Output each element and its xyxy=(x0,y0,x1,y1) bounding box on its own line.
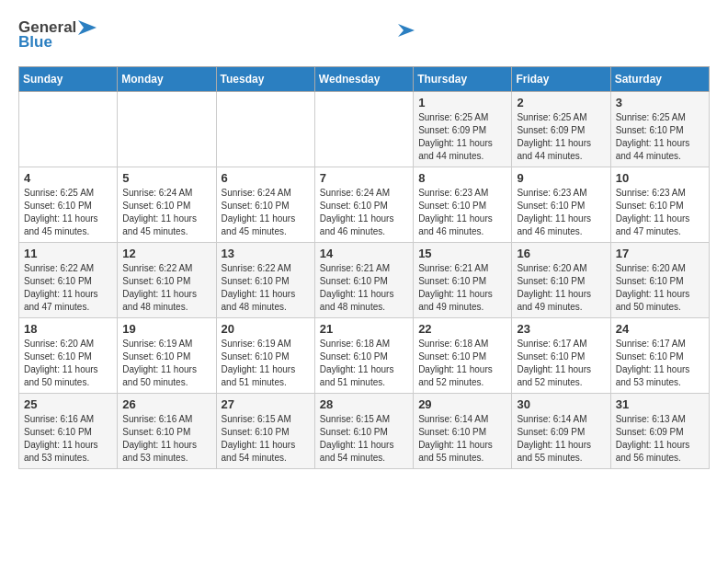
calendar-week-row: 11Sunrise: 6:22 AM Sunset: 6:10 PM Dayli… xyxy=(19,243,710,318)
day-info-text: Sunrise: 6:13 AM Sunset: 6:09 PM Dayligh… xyxy=(616,413,704,465)
day-number: 22 xyxy=(418,322,506,336)
day-number: 8 xyxy=(418,171,506,185)
calendar-cell: 26Sunrise: 6:16 AM Sunset: 6:10 PM Dayli… xyxy=(118,394,216,469)
calendar-cell: 20Sunrise: 6:19 AM Sunset: 6:10 PM Dayli… xyxy=(216,318,314,394)
calendar-cell: 12Sunrise: 6:22 AM Sunset: 6:10 PM Dayli… xyxy=(118,243,216,318)
day-number: 4 xyxy=(24,171,112,185)
calendar-cell: 8Sunrise: 6:23 AM Sunset: 6:10 PM Daylig… xyxy=(414,167,512,243)
day-info-text: Sunrise: 6:17 AM Sunset: 6:10 PM Dayligh… xyxy=(616,338,704,389)
calendar-table: SundayMondayTuesdayWednesdayThursdayFrid… xyxy=(18,66,710,469)
header: General Blue xyxy=(18,18,710,52)
calendar-day-header: Tuesday xyxy=(216,67,314,92)
day-info-text: Sunrise: 6:22 AM Sunset: 6:10 PM Dayligh… xyxy=(24,262,112,314)
day-info-text: Sunrise: 6:20 AM Sunset: 6:10 PM Dayligh… xyxy=(517,262,605,314)
day-number: 23 xyxy=(517,322,605,336)
day-info-text: Sunrise: 6:24 AM Sunset: 6:10 PM Dayligh… xyxy=(320,187,408,238)
day-number: 15 xyxy=(418,247,506,260)
day-info-text: Sunrise: 6:23 AM Sunset: 6:10 PM Dayligh… xyxy=(418,187,506,238)
calendar-day-header: Friday xyxy=(512,67,610,92)
day-number: 16 xyxy=(517,247,605,260)
svg-marker-0 xyxy=(78,20,97,35)
day-info-text: Sunrise: 6:16 AM Sunset: 6:10 PM Dayligh… xyxy=(24,413,112,465)
calendar-cell: 7Sunrise: 6:24 AM Sunset: 6:10 PM Daylig… xyxy=(314,167,413,243)
day-info-text: Sunrise: 6:18 AM Sunset: 6:10 PM Dayligh… xyxy=(418,338,506,389)
day-number: 30 xyxy=(517,397,605,411)
day-number: 5 xyxy=(122,171,210,185)
calendar-cell: 21Sunrise: 6:18 AM Sunset: 6:10 PM Dayli… xyxy=(314,318,413,394)
day-info-text: Sunrise: 6:20 AM Sunset: 6:10 PM Dayligh… xyxy=(616,262,704,314)
calendar-cell: 3Sunrise: 6:25 AM Sunset: 6:10 PM Daylig… xyxy=(610,92,709,167)
day-info-text: Sunrise: 6:24 AM Sunset: 6:10 PM Dayligh… xyxy=(222,187,310,238)
calendar-cell: 1Sunrise: 6:25 AM Sunset: 6:09 PM Daylig… xyxy=(414,92,512,167)
day-info-text: Sunrise: 6:17 AM Sunset: 6:10 PM Dayligh… xyxy=(517,338,605,389)
calendar-cell: 16Sunrise: 6:20 AM Sunset: 6:10 PM Dayli… xyxy=(512,243,610,318)
calendar-day-header: Sunday xyxy=(19,67,118,92)
day-info-text: Sunrise: 6:25 AM Sunset: 6:09 PM Dayligh… xyxy=(517,111,605,163)
calendar-cell: 19Sunrise: 6:19 AM Sunset: 6:10 PM Dayli… xyxy=(118,318,216,394)
day-number: 7 xyxy=(320,171,408,185)
day-number: 28 xyxy=(320,397,408,411)
day-number: 19 xyxy=(122,322,210,336)
calendar-day-header: Thursday xyxy=(414,67,512,92)
day-info-text: Sunrise: 6:20 AM Sunset: 6:10 PM Dayligh… xyxy=(24,338,112,389)
day-number: 17 xyxy=(616,247,704,260)
day-number: 13 xyxy=(222,247,310,260)
day-info-text: Sunrise: 6:22 AM Sunset: 6:10 PM Dayligh… xyxy=(122,262,210,314)
day-number: 12 xyxy=(122,247,210,260)
day-number: 3 xyxy=(616,96,704,109)
day-number: 20 xyxy=(222,322,310,336)
calendar-cell: 15Sunrise: 6:21 AM Sunset: 6:10 PM Dayli… xyxy=(414,243,512,318)
calendar-cell xyxy=(19,92,118,167)
calendar-cell: 11Sunrise: 6:22 AM Sunset: 6:10 PM Dayli… xyxy=(19,243,118,318)
day-info-text: Sunrise: 6:18 AM Sunset: 6:10 PM Dayligh… xyxy=(320,338,408,389)
logo: General Blue xyxy=(18,18,97,52)
day-info-text: Sunrise: 6:15 AM Sunset: 6:10 PM Dayligh… xyxy=(320,413,408,465)
calendar-cell: 25Sunrise: 6:16 AM Sunset: 6:10 PM Dayli… xyxy=(19,394,118,469)
day-info-text: Sunrise: 6:19 AM Sunset: 6:10 PM Dayligh… xyxy=(122,338,210,389)
calendar-cell: 13Sunrise: 6:22 AM Sunset: 6:10 PM Dayli… xyxy=(216,243,314,318)
calendar-cell: 30Sunrise: 6:14 AM Sunset: 6:09 PM Dayli… xyxy=(512,394,610,469)
calendar-cell: 9Sunrise: 6:23 AM Sunset: 6:10 PM Daylig… xyxy=(512,167,610,243)
calendar-cell: 10Sunrise: 6:23 AM Sunset: 6:10 PM Dayli… xyxy=(610,167,709,243)
calendar-cell xyxy=(118,92,216,167)
day-info-text: Sunrise: 6:15 AM Sunset: 6:10 PM Dayligh… xyxy=(222,413,310,465)
calendar-cell: 24Sunrise: 6:17 AM Sunset: 6:10 PM Dayli… xyxy=(610,318,709,394)
day-number: 21 xyxy=(320,322,408,336)
day-info-text: Sunrise: 6:23 AM Sunset: 6:10 PM Dayligh… xyxy=(517,187,605,238)
calendar-day-header: Wednesday xyxy=(314,67,413,92)
calendar-cell: 28Sunrise: 6:15 AM Sunset: 6:10 PM Dayli… xyxy=(314,394,413,469)
calendar-cell: 2Sunrise: 6:25 AM Sunset: 6:09 PM Daylig… xyxy=(512,92,610,167)
calendar-cell: 27Sunrise: 6:15 AM Sunset: 6:10 PM Dayli… xyxy=(216,394,314,469)
calendar-week-row: 1Sunrise: 6:25 AM Sunset: 6:09 PM Daylig… xyxy=(19,92,710,167)
day-number: 1 xyxy=(418,96,506,109)
logo-blue-text: Blue xyxy=(18,33,52,52)
day-info-text: Sunrise: 6:25 AM Sunset: 6:09 PM Dayligh… xyxy=(418,111,506,163)
calendar-week-row: 25Sunrise: 6:16 AM Sunset: 6:10 PM Dayli… xyxy=(19,394,710,469)
day-info-text: Sunrise: 6:14 AM Sunset: 6:10 PM Dayligh… xyxy=(418,413,506,465)
calendar-cell: 23Sunrise: 6:17 AM Sunset: 6:10 PM Dayli… xyxy=(512,318,610,394)
day-number: 31 xyxy=(616,397,704,411)
day-number: 18 xyxy=(24,322,112,336)
day-number: 24 xyxy=(616,322,704,336)
day-number: 27 xyxy=(222,397,310,411)
calendar-cell: 4Sunrise: 6:25 AM Sunset: 6:10 PM Daylig… xyxy=(19,167,118,243)
calendar-day-header: Saturday xyxy=(610,67,709,92)
day-info-text: Sunrise: 6:23 AM Sunset: 6:10 PM Dayligh… xyxy=(616,187,704,238)
day-info-text: Sunrise: 6:19 AM Sunset: 6:10 PM Dayligh… xyxy=(222,338,310,389)
calendar-cell: 17Sunrise: 6:20 AM Sunset: 6:10 PM Dayli… xyxy=(610,243,709,318)
day-info-text: Sunrise: 6:22 AM Sunset: 6:10 PM Dayligh… xyxy=(222,262,310,314)
day-number: 9 xyxy=(517,171,605,185)
day-number: 6 xyxy=(222,171,310,185)
calendar-cell: 6Sunrise: 6:24 AM Sunset: 6:10 PM Daylig… xyxy=(216,167,314,243)
logo-arrow-icon xyxy=(78,20,97,35)
day-number: 29 xyxy=(418,397,506,411)
day-info-text: Sunrise: 6:21 AM Sunset: 6:10 PM Dayligh… xyxy=(418,262,506,314)
calendar-cell xyxy=(314,92,413,167)
day-number: 25 xyxy=(24,397,112,411)
day-number: 14 xyxy=(320,247,408,260)
day-info-text: Sunrise: 6:21 AM Sunset: 6:10 PM Dayligh… xyxy=(320,262,408,314)
day-info-text: Sunrise: 6:14 AM Sunset: 6:09 PM Dayligh… xyxy=(517,413,605,465)
svg-marker-1 xyxy=(398,24,415,37)
calendar-week-row: 4Sunrise: 6:25 AM Sunset: 6:10 PM Daylig… xyxy=(19,167,710,243)
day-info-text: Sunrise: 6:25 AM Sunset: 6:10 PM Dayligh… xyxy=(616,111,704,163)
